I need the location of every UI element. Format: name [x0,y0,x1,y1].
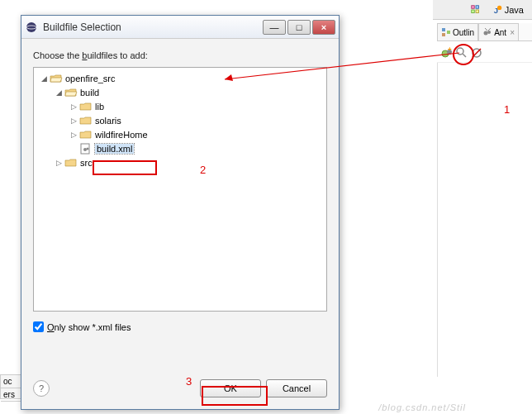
svg-point-9 [484,31,488,36]
minimize-button[interactable]: — [263,20,286,35]
tree-label: openfire_src [65,74,116,83]
svg-rect-8 [447,31,450,34]
cancel-button[interactable]: Cancel [266,379,327,397]
folder-open-icon [64,87,78,98]
tree-node-build[interactable]: ◢ build [36,85,325,99]
svg-rect-1 [476,5,479,8]
perspective-switcher: J Java [433,0,532,20]
folder-icon [79,129,93,140]
tree-label: build.xml [95,144,134,154]
close-button[interactable]: × [312,20,335,35]
add-buildfile-icon[interactable]: + [440,46,454,59]
svg-text:+: + [448,46,452,53]
ant-tab-close-icon[interactable]: × [510,28,515,37]
expander-icon[interactable]: ▷ [69,102,78,111]
dialog-prompt: Choose the buildfiles to add: [33,50,327,60]
tree-node-openfire[interactable]: ◢ openfire_src [36,71,325,85]
svg-point-20 [26,22,36,32]
watermark-text: /blog.csdn.net/Stil [378,402,466,412]
tree-node-lib[interactable]: ▷ lib [36,99,325,113]
buildfile-tree[interactable]: ◢ openfire_src ◢ build ▷ lib ▷ solaris ▷ [33,67,327,312]
dialog-titlebar[interactable]: Buildfile Selection — □ × [21,16,339,39]
ant-icon [482,27,492,37]
svg-rect-2 [472,10,475,13]
folder-open-icon [50,73,63,84]
svg-line-12 [488,28,491,31]
dialog-title: Buildfile Selection [43,21,263,33]
ok-button[interactable]: OK [200,379,261,397]
svg-rect-3 [476,10,479,13]
svg-line-11 [485,28,487,31]
tree-label: solaris [95,116,121,126]
folder-icon [79,115,93,126]
maximize-button[interactable]: □ [287,20,311,35]
tree-label: wildfireHome [95,130,148,140]
open-perspective-button[interactable] [467,2,485,17]
expander-icon[interactable]: ▷ [69,117,78,125]
expander-icon[interactable]: ▷ [69,131,78,139]
svg-line-17 [463,54,466,57]
tree-node-solaris[interactable]: ▷ solaris [36,113,325,127]
outline-icon [441,27,451,37]
expander-icon[interactable]: ◢ [39,74,49,83]
folder-icon [79,101,93,112]
expander-icon[interactable]: ◢ [54,88,64,97]
java-perspective-button[interactable]: J Java [488,2,527,17]
svg-point-5 [497,5,501,9]
svg-rect-7 [442,33,445,36]
tree-node-src[interactable]: ▷ src [36,155,325,169]
tree-label: src [80,158,93,168]
help-button[interactable]: ? [33,380,50,397]
outline-tab[interactable]: Outlin [437,23,478,40]
buildfile-selection-dialog: Buildfile Selection — □ × Choose the bui… [21,15,340,410]
ant-view-panel [437,63,532,377]
open-perspective-icon [470,4,482,16]
folder-icon [64,157,78,169]
svg-rect-6 [442,28,445,31]
right-view-tabs: Outlin Ant × [437,23,532,41]
java-perspective-label: Java [505,5,524,15]
svg-rect-0 [472,5,475,8]
svg-point-23 [83,148,87,151]
ant-view-toolbar: + [437,43,532,63]
svg-point-10 [487,31,491,34]
expander-icon[interactable]: ▷ [54,159,64,167]
eclipse-icon [25,21,38,34]
java-perspective-icon: J [492,4,503,16]
tree-label: lib [95,102,104,112]
ant-tab[interactable]: Ant × [478,23,519,40]
search-buildfile-icon[interactable] [455,46,468,59]
hide-internal-icon[interactable] [470,46,483,59]
tree-node-wildfirehome[interactable]: ▷ wildfireHome [36,127,325,141]
ant-tab-label: Ant [494,28,506,37]
svg-text:J: J [493,5,497,14]
ant-file-icon [79,143,93,155]
tree-node-buildxml[interactable]: build.xml [36,141,325,155]
only-xml-checkbox[interactable] [33,321,44,332]
outline-tab-label: Outlin [453,28,474,37]
tree-label: build [80,88,99,98]
only-xml-checkbox-row[interactable]: Only show *.xml files [33,321,327,332]
svg-point-16 [457,48,463,55]
only-xml-label: Only show *.xml files [47,322,131,332]
svg-point-24 [87,147,89,150]
